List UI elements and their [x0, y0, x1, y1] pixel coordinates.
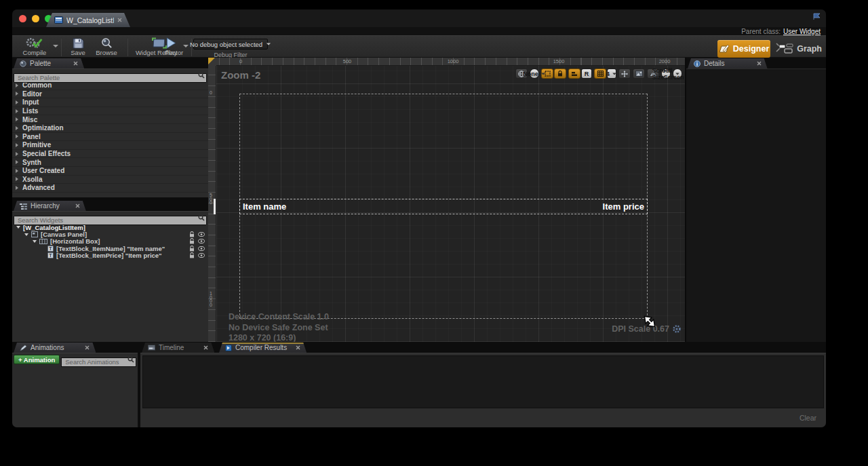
expand-icon[interactable]: [16, 169, 18, 173]
palette-category[interactable]: Advanced: [12, 184, 208, 193]
hierarchy-tab-close-icon[interactable]: [75, 203, 80, 208]
compiler-results-log: [142, 355, 824, 408]
palette-search-input[interactable]: [14, 73, 207, 83]
animations-tab[interactable]: Animations: [14, 343, 96, 353]
debug-filter-group: No debug object selected Debug Filter: [193, 39, 268, 58]
save-button[interactable]: Save: [66, 37, 90, 57]
lock-icon[interactable]: [189, 238, 195, 244]
animation-pen-icon: [20, 345, 27, 351]
expand-icon[interactable]: [16, 92, 18, 96]
browse-button[interactable]: Browse: [92, 37, 121, 57]
asset-tab[interactable]: W_CatalogListItem: [46, 13, 130, 27]
collapse-icon[interactable]: [33, 240, 37, 243]
compiler-tab-close-icon[interactable]: [296, 345, 300, 350]
lock-icon[interactable]: [189, 246, 195, 252]
asset-tab-close-icon[interactable]: [117, 18, 122, 22]
expand-icon[interactable]: [16, 117, 18, 121]
expand-icon[interactable]: [16, 177, 18, 181]
palette-category[interactable]: Lists: [12, 107, 208, 116]
add-animation-button[interactable]: + Animation: [14, 355, 60, 364]
timeline-tab[interactable]: Timeline: [142, 343, 214, 353]
palette-category[interactable]: Panel: [12, 133, 208, 142]
compiler-results-tab[interactable]: Compiler Results: [219, 343, 307, 353]
debug-object-select[interactable]: No debug object selected: [193, 39, 268, 50]
hierarchy-tab[interactable]: Hierarchy: [14, 201, 86, 211]
eye-icon[interactable]: [198, 232, 205, 237]
image-icon: [635, 71, 643, 77]
palette-category[interactable]: Editor: [12, 90, 208, 99]
resize-handle-cursor[interactable]: [644, 315, 656, 328]
play-options-dropdown[interactable]: [183, 45, 189, 47]
eye-icon[interactable]: [198, 253, 205, 258]
palette-category[interactable]: Primitive: [12, 141, 208, 150]
tree-row-textblock-itemprice[interactable]: T [TextBlock_ItemPrice] "Item price": [12, 252, 208, 259]
compile-options-dropdown[interactable]: [53, 45, 58, 47]
expand-icon[interactable]: [16, 160, 18, 164]
collapse-icon[interactable]: [16, 226, 20, 229]
tree-row-canvas-panel[interactable]: [Canvas Panel]: [12, 231, 208, 237]
lock-icon[interactable]: [189, 252, 195, 258]
grid-snap-size-button[interactable]: 4: [607, 69, 616, 79]
horizontal-box-widget[interactable]: Item name Item price: [239, 199, 648, 214]
eye-icon[interactable]: [198, 246, 205, 251]
palette-category[interactable]: Xsolla: [12, 176, 208, 185]
palette-tab-close-icon[interactable]: [73, 61, 78, 66]
transform-mode-button[interactable]: [618, 69, 631, 79]
eye-icon[interactable]: [198, 239, 205, 244]
animations-tab-close-icon[interactable]: [85, 345, 90, 350]
window-corner-icon: [812, 12, 822, 20]
palette-category[interactable]: Misc: [12, 115, 208, 124]
expand-icon[interactable]: [16, 186, 18, 190]
dpi-settings-gear-icon[interactable]: [673, 325, 681, 333]
expand-icon[interactable]: [16, 83, 18, 88]
minimize-window-button[interactable]: [32, 15, 39, 22]
design-surface[interactable]: Zoom -2 None: [216, 66, 685, 342]
text-block-icon: T: [47, 252, 54, 258]
palette-tab[interactable]: Palette: [14, 58, 84, 69]
animations-search-input[interactable]: [61, 357, 136, 367]
palette-category[interactable]: Special Effects: [12, 150, 208, 159]
designer-mode-button[interactable]: Designer: [717, 40, 770, 58]
preview-flag-button[interactable]: None: [530, 69, 539, 79]
itemname-textblock[interactable]: Item name: [243, 201, 286, 212]
palette-category[interactable]: User Created: [12, 167, 208, 176]
close-window-button[interactable]: [19, 15, 26, 22]
palette-category[interactable]: Input: [12, 98, 208, 107]
palette-category[interactable]: Optimization: [12, 124, 208, 133]
expand-icon[interactable]: [16, 100, 18, 104]
grid-snap-toggle[interactable]: [594, 69, 606, 79]
unreal-editor-window: W_CatalogListItem Parent class: User Wid…: [12, 9, 826, 427]
collapse-icon[interactable]: [24, 233, 28, 236]
compile-button[interactable]: Compile: [19, 37, 50, 57]
snap-mode-toggle[interactable]: [568, 69, 580, 79]
palette-category[interactable]: Common: [12, 81, 208, 90]
canvas-toolbar: None: [515, 69, 682, 79]
expand-icon[interactable]: [16, 134, 18, 138]
expand-icon[interactable]: [16, 143, 18, 147]
clear-button[interactable]: Clear: [800, 414, 816, 422]
preview-background-button[interactable]: [633, 69, 645, 79]
expand-icon[interactable]: [16, 109, 18, 113]
lock-icon[interactable]: [189, 231, 195, 237]
expand-icon[interactable]: [16, 126, 18, 130]
palette-search: [14, 71, 207, 80]
respect-locks-toggle[interactable]: R: [581, 69, 592, 79]
graph-mode-button[interactable]: Graph: [778, 40, 822, 58]
grid-icon: [597, 71, 604, 77]
timeline-tab-close-icon[interactable]: [203, 345, 208, 350]
tree-row-root[interactable]: [W_CatalogListItem]: [12, 224, 208, 231]
hierarchy-icon: [20, 203, 27, 210]
details-tab[interactable]: Details: [688, 58, 768, 69]
parent-class-label: Parent class:: [741, 28, 781, 35]
tree-row-horizontal-box[interactable]: [Horizontal Box]: [12, 238, 208, 245]
device-info-overlay: Device Content Scale 1.0 No Device Safe …: [229, 312, 329, 342]
play-button[interactable]: Play: [159, 37, 183, 57]
details-tab-close-icon[interactable]: [757, 61, 762, 66]
expand-icon[interactable]: [16, 152, 18, 156]
palette-category[interactable]: Synth: [12, 158, 208, 167]
parent-class-value[interactable]: User Widget: [783, 28, 821, 35]
lock-widgets-toggle[interactable]: [554, 69, 566, 79]
tree-row-textblock-itemname[interactable]: T [TextBlock_ItemName] "Item name": [12, 245, 208, 252]
itemprice-textblock[interactable]: Item price: [603, 201, 644, 212]
svg-text:T: T: [49, 246, 52, 251]
